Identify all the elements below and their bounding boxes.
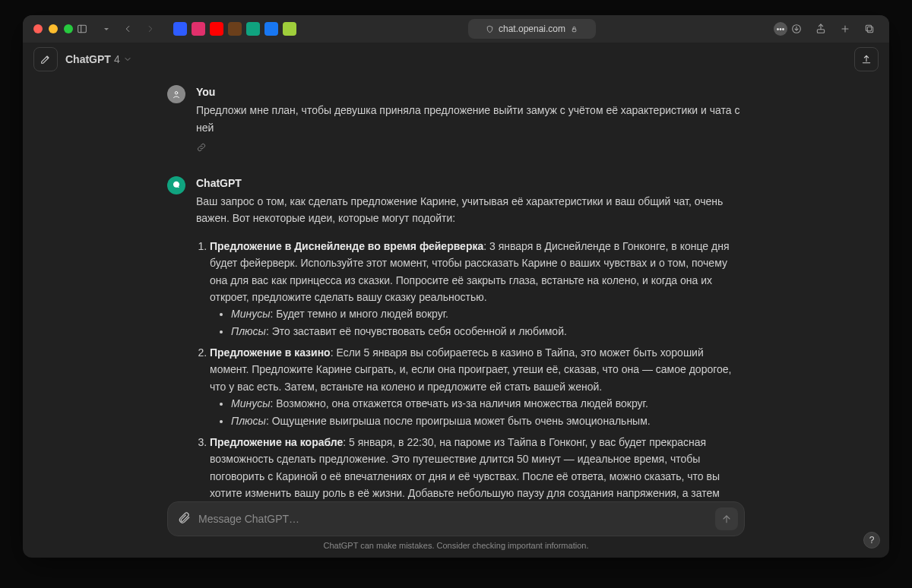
- plus-label: Плюсы: [231, 325, 266, 337]
- minus-text: : Будет темно и много людей вокруг.: [270, 308, 448, 320]
- bookmark-item[interactable]: [210, 22, 223, 36]
- assistant-avatar: [167, 176, 185, 194]
- svg-rect-7: [867, 27, 872, 32]
- window-traffic-lights: [33, 24, 73, 33]
- user-text: Предложи мне план, чтобы девушка приняла…: [196, 102, 745, 136]
- svg-rect-2: [572, 29, 576, 32]
- assistant-intro: Ваш запрос о том, как сделать предложени…: [196, 193, 745, 227]
- send-button[interactable]: [715, 507, 738, 530]
- minimize-window-button[interactable]: [49, 24, 58, 33]
- nav-back-icon[interactable]: [119, 20, 137, 38]
- attach-button[interactable]: [177, 511, 191, 527]
- bookmark-item[interactable]: [228, 22, 242, 36]
- bookmark-item[interactable]: [283, 22, 296, 36]
- new-tab-icon[interactable]: [836, 20, 854, 38]
- nav-forward-icon[interactable]: [141, 20, 160, 38]
- share-icon[interactable]: [812, 20, 830, 38]
- svg-rect-0: [78, 25, 87, 32]
- attachment-icon[interactable]: [196, 141, 745, 157]
- plus-label: Плюсы: [231, 415, 266, 427]
- chat-scroll-area[interactable]: You Предложи мне план, чтобы девушка при…: [23, 76, 889, 517]
- composer: [167, 501, 745, 536]
- disclaimer-text: ChatGPT can make mistakes. Consider chec…: [324, 541, 589, 550]
- thread: You Предложи мне план, чтобы девушка при…: [167, 76, 745, 517]
- plus-text: : Это заставит её почувствовать себя осо…: [266, 325, 567, 337]
- privacy-icon: [486, 25, 494, 33]
- bookmark-item[interactable]: [192, 22, 205, 36]
- help-button[interactable]: ?: [863, 532, 880, 548]
- lock-icon: [570, 25, 578, 33]
- download-icon[interactable]: [787, 20, 806, 38]
- page-header: ChatGPT 4: [23, 43, 889, 76]
- item-title: Предложение в казино: [210, 346, 331, 359]
- url-text: chat.openai.com: [499, 24, 565, 34]
- minus-text: : Возможно, она откажется отвечать из-за…: [270, 397, 648, 409]
- copy-tab-icon[interactable]: [860, 20, 879, 38]
- assistant-name: ChatGPT: [196, 175, 745, 191]
- composer-area: ChatGPT can make mistakes. Consider chec…: [23, 501, 889, 550]
- maximize-window-button[interactable]: [64, 24, 73, 33]
- app-window: chat.openai.com ••• ChatGPT: [23, 15, 889, 558]
- bookmark-bar: [173, 22, 296, 36]
- upload-button[interactable]: [854, 47, 879, 71]
- sidebar-toggle-icon[interactable]: [73, 20, 91, 38]
- message-assistant: ChatGPT Ваш запрос о том, как сделать пр…: [167, 175, 745, 517]
- svg-rect-4: [817, 30, 824, 33]
- address-bar[interactable]: chat.openai.com: [468, 19, 596, 39]
- proposals-list: Предложение в Диснейленде во время фейер…: [210, 238, 745, 517]
- user-avatar: [167, 85, 185, 103]
- bookmark-item[interactable]: [264, 22, 278, 36]
- plus-text: : Ощущение выигрыша после проигрыша може…: [266, 415, 651, 427]
- bookmark-item[interactable]: [246, 22, 260, 36]
- model-name: ChatGPT: [65, 53, 111, 65]
- titlebar: chat.openai.com •••: [23, 15, 889, 43]
- tabs-dropdown-icon[interactable]: [96, 20, 114, 38]
- extension-badge-icon[interactable]: •••: [774, 22, 787, 36]
- item-title: Предложение в Диснейленде во время фейер…: [210, 240, 483, 252]
- svg-point-10: [175, 92, 178, 95]
- list-item: Предложение в казино: Если 5 января вы с…: [210, 344, 745, 429]
- minus-label: Минусы: [231, 308, 270, 320]
- close-window-button[interactable]: [33, 24, 43, 33]
- item-title: Предложение на корабле: [210, 436, 343, 448]
- chevron-down-icon: [123, 55, 132, 64]
- bookmark-item[interactable]: [173, 22, 187, 36]
- message-input[interactable]: [191, 513, 715, 525]
- model-version: 4: [114, 53, 120, 65]
- new-chat-button[interactable]: [33, 47, 58, 71]
- model-switcher[interactable]: ChatGPT 4: [65, 53, 132, 65]
- message-user: You Предложи мне план, чтобы девушка при…: [167, 84, 745, 158]
- minus-label: Минусы: [231, 397, 270, 409]
- svg-rect-8: [866, 25, 871, 30]
- user-name: You: [196, 84, 745, 100]
- list-item: Предложение в Диснейленде во время фейер…: [210, 238, 745, 340]
